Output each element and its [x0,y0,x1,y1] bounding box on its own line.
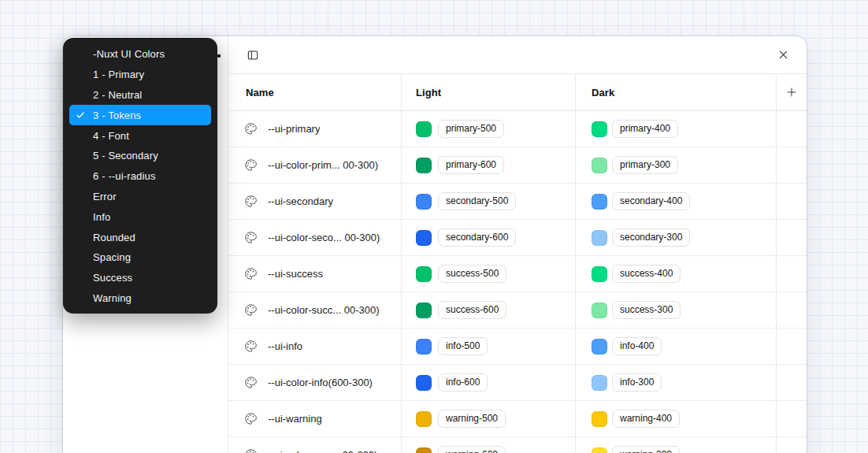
menu-item-label: 3 - Tokens [93,110,141,121]
light-token-chip[interactable]: info-600 [438,373,488,392]
variable-name: --ui-warning [268,413,322,425]
light-token-chip[interactable]: primary-500 [438,120,504,138]
close-button[interactable] [776,47,791,62]
light-token-chip[interactable]: primary-600 [438,156,504,174]
light-token-chip[interactable]: success-500 [438,265,506,283]
menu-item[interactable]: Warning [69,288,211,309]
dark-token-chip[interactable]: primary-300 [612,156,678,174]
table-row[interactable]: --ui-secondary secondary-500 secondary-4… [228,184,807,220]
dark-color-swatch[interactable] [592,375,607,391]
table-row[interactable]: --ui-primary primary-500 primary-400 [228,111,807,147]
palette-icon [244,448,258,453]
table-body: --ui-primary primary-500 primary-400 [228,111,807,453]
dark-token-chip[interactable]: info-400 [612,337,662,355]
menu-item-label: 4 - Font [93,130,129,142]
light-color-swatch[interactable] [416,266,432,282]
dark-token-chip[interactable]: success-400 [612,265,681,283]
table-row[interactable]: --ui-color-prim... 00-300) primary-600 p… [228,147,807,184]
table-row[interactable]: --ui-info info-500 info-400 [228,329,807,365]
column-header-name: Name [228,74,401,110]
dark-color-swatch[interactable] [592,121,607,137]
light-token-chip[interactable]: info-500 [438,337,488,355]
menu-item[interactable]: Error [69,187,211,207]
menu-item-label: Warning [93,292,132,304]
palette-icon [244,303,258,317]
menu-item[interactable]: 3 - Tokens [69,105,211,125]
menu-item-label: Rounded [93,232,135,243]
variable-name: --ui-color-info(600-300) [268,377,373,388]
column-header-light: Light [401,74,575,110]
light-color-swatch[interactable] [416,339,432,355]
close-icon [777,49,789,61]
dark-color-swatch[interactable] [592,411,607,427]
variable-name: --ui-success [268,268,323,280]
menu-item-label: 6 - --ui-radius [93,170,156,182]
menu-item[interactable]: Rounded [69,227,211,247]
dark-color-swatch[interactable] [592,194,607,210]
variable-name: --ui-color-seco... 00-300) [268,232,380,243]
dark-color-swatch[interactable] [592,339,607,355]
table-row[interactable]: --ui-color-info(600-300) info-600 info-3… [228,365,807,401]
palette-icon [244,122,258,136]
menu-item-label: 2 - Neutral [93,89,142,101]
dark-color-swatch[interactable] [592,158,607,173]
menu-item[interactable]: 4 - Font [69,125,211,146]
light-token-chip[interactable]: success-600 [438,301,506,319]
dark-color-swatch[interactable] [592,303,607,318]
dark-token-chip[interactable]: secondary-400 [612,192,690,210]
menu-item[interactable]: -Nuxt UI Colors [69,44,211,65]
variable-name: --ui-color-prim... 00-300) [268,159,378,171]
dark-token-chip[interactable]: primary-400 [612,120,678,138]
menu-item[interactable]: 5 - Secondary [69,146,211,166]
menu-item-label: Success [93,272,132,284]
dark-token-chip[interactable]: info-300 [612,373,662,392]
palette-icon [244,231,258,244]
light-color-swatch[interactable] [416,411,432,427]
light-token-chip[interactable]: secondary-600 [438,228,516,247]
table-row[interactable]: --ui-color-warn...00-300) warning-600 wa… [228,437,807,453]
variables-table-area: Name Light Dark [228,36,807,453]
menu-item[interactable]: Spacing [69,247,211,268]
variable-name: --ui-color-warn...00-300) [268,449,377,453]
menu-item[interactable]: Info [69,206,211,227]
light-color-swatch[interactable] [416,303,432,318]
dark-color-swatch[interactable] [592,447,607,453]
variable-name: --ui-primary [268,123,320,135]
menu-item[interactable]: 1 - Primary [69,65,211,85]
dropdown-caret-peek [217,54,221,58]
palette-icon [244,376,258,389]
dark-token-chip[interactable]: secondary-300 [612,228,690,247]
light-color-swatch[interactable] [416,121,432,137]
table-row[interactable]: --ui-color-succ... 00-300) success-600 s… [228,292,807,329]
menu-item[interactable]: 6 - --ui-radius [69,166,211,187]
dark-token-chip[interactable]: success-300 [612,301,681,319]
menu-item-label: Error [93,191,117,202]
light-color-swatch[interactable] [416,158,432,173]
table-row[interactable]: --ui-success success-500 success-400 [228,256,807,292]
dark-token-chip[interactable]: warning-400 [612,410,680,428]
palette-icon [244,195,258,208]
dark-color-swatch[interactable] [592,230,607,246]
light-color-swatch[interactable] [416,447,432,453]
column-header-dark: Dark [575,74,776,110]
menu-item-label: 5 - Secondary [93,150,158,162]
dark-color-swatch[interactable] [592,266,607,282]
dark-token-chip[interactable]: warning-300 [612,446,680,453]
light-color-swatch[interactable] [416,375,432,391]
check-icon [76,110,93,120]
menu-item[interactable]: 2 - Neutral [69,85,211,106]
sidebar-toggle-button[interactable] [244,47,262,63]
menu-item-label: -Nuxt UI Colors [93,48,165,60]
menu-item[interactable]: Success [69,268,211,288]
light-token-chip[interactable]: warning-600 [438,446,506,453]
variable-name: --ui-secondary [268,195,333,207]
light-token-chip[interactable]: secondary-500 [438,192,516,210]
light-token-chip[interactable]: warning-500 [438,410,506,428]
light-color-swatch[interactable] [416,230,432,246]
light-color-swatch[interactable] [416,194,432,210]
table-row[interactable]: --ui-warning warning-500 warning-400 [228,401,807,437]
plus-icon [785,86,798,98]
modal-toolbar [228,36,807,74]
table-row[interactable]: --ui-color-seco... 00-300) secondary-600… [228,220,807,256]
add-mode-button[interactable] [784,84,799,100]
